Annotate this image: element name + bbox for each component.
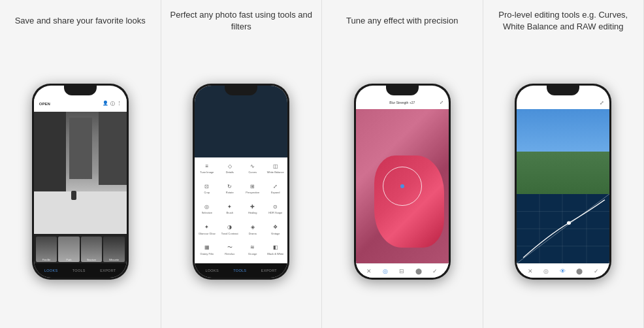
- panel-2-caption: Perfect any photo fast using tools and f…: [167, 8, 317, 34]
- tool-grainy-film-label: Grainy Film: [201, 253, 214, 256]
- crop-icon: ⊡: [202, 182, 212, 191]
- thumb-0-label: Fine Art: [36, 259, 57, 261]
- adjust-icon[interactable]: ⊟: [399, 268, 404, 274]
- check-icon-4[interactable]: ✓: [594, 268, 599, 274]
- tool-hdr-scape-label: HDR Scape: [268, 212, 282, 215]
- tool-drama[interactable]: ◈ Drama: [242, 221, 263, 240]
- tool-perspective[interactable]: ⊞ Perspective: [242, 180, 263, 199]
- thumb-0[interactable]: Fine Art: [36, 237, 57, 262]
- tool-selective[interactable]: ◎ Selective: [196, 201, 217, 220]
- tool-expand-label: Expand: [271, 191, 280, 195]
- phone-3-topbar: Blur Strength +27 ⤢: [356, 96, 449, 109]
- tool-white-balance-label: White Balance: [267, 171, 284, 174]
- panel-1-caption: Save and share your favorite looks: [15, 8, 146, 34]
- tool-grunge[interactable]: ≋ Grunge: [242, 242, 263, 261]
- tab-tools-2[interactable]: TOOLS: [233, 269, 246, 272]
- tool-curves-label: Curves: [248, 171, 257, 174]
- tool-tune-image-label: Tune Image: [200, 171, 214, 174]
- tool-hdr-scape[interactable]: ⊙ HDR Scape: [265, 201, 286, 220]
- vintage-icon: ❖: [271, 223, 280, 232]
- info-icon: ⓘ: [110, 101, 115, 107]
- tab-export[interactable]: EXPORT: [100, 269, 116, 272]
- camera-icon[interactable]: ◎: [543, 268, 549, 274]
- mask-icon-4[interactable]: ⬤: [576, 268, 583, 274]
- eye-icon[interactable]: 👁: [560, 268, 566, 274]
- curves-dark-bg: [517, 194, 609, 263]
- curves-icon: ∿: [248, 161, 257, 171]
- thumb-3[interactable]: Silhouette: [103, 237, 125, 262]
- check-icon-3[interactable]: ✓: [432, 268, 438, 274]
- close-icon-3[interactable]: ✕: [366, 268, 372, 274]
- mask-icon[interactable]: ⬤: [415, 268, 422, 274]
- blur-dot-control[interactable]: [400, 184, 404, 188]
- svg-point-7: [567, 221, 571, 224]
- close-icon-4[interactable]: ✕: [528, 268, 533, 274]
- thumb-2[interactable]: Structure: [81, 237, 103, 262]
- perspective-icon: ⊞: [248, 182, 257, 191]
- tools-grid: ≡ Tune Image ◇ Details ∿ Curves ◫ White …: [195, 157, 287, 263]
- tool-tonal-contrast-label: Tonal Contrast: [221, 233, 238, 236]
- tab-looks[interactable]: LOOKS: [44, 269, 57, 272]
- tool-brush[interactable]: ✦ Brush: [219, 201, 240, 220]
- phone-3-notch: [386, 84, 419, 95]
- tool-rotate[interactable]: ↻ Rotate: [219, 180, 240, 199]
- tool-glamour-glow-label: Glamour Glow: [199, 233, 216, 236]
- tab-export-2[interactable]: EXPORT: [261, 269, 277, 272]
- grainy-film-icon: ▦: [202, 243, 212, 252]
- phone-4: ⤢: [515, 84, 611, 280]
- tool-white-balance[interactable]: ◫ White Balance: [265, 160, 286, 179]
- tab-looks-2[interactable]: LOOKS: [205, 269, 218, 272]
- thumb-1[interactable]: Push: [58, 237, 80, 262]
- tool-tonal-contrast[interactable]: ◑ Tonal Contrast: [219, 221, 240, 240]
- tool-retrolux[interactable]: 〜 Retrolux: [219, 242, 240, 261]
- drama-icon: ◈: [248, 223, 257, 232]
- tool-details[interactable]: ◇ Details: [219, 160, 240, 179]
- brush-icon: ✦: [225, 202, 234, 211]
- tool-details-label: Details: [226, 171, 234, 174]
- tool-rotate-label: Rotate: [226, 191, 234, 195]
- blur-tool-icon[interactable]: ◎: [383, 268, 388, 274]
- tool-tune-image[interactable]: ≡ Tune Image: [196, 160, 217, 179]
- phone-2-notch: [225, 84, 257, 95]
- expand-icon-4: ⤢: [600, 100, 604, 106]
- tool-glamour-glow[interactable]: ✦ Glamour Glow: [196, 221, 217, 240]
- tool-grainy-film[interactable]: ▦ Grainy Film: [196, 242, 217, 261]
- person-icon: 👤: [103, 101, 108, 107]
- phone-2-screen: ≡ Tune Image ◇ Details ∿ Curves ◫ White …: [195, 86, 287, 278]
- tab-tools[interactable]: TOOLS: [72, 269, 86, 272]
- tool-vintage[interactable]: ❖ Vintage: [265, 221, 286, 240]
- snow-scene: [34, 112, 127, 234]
- tool-crop[interactable]: ⊡ Crop: [196, 180, 217, 199]
- tool-black-white[interactable]: ◧ Black & White: [265, 242, 286, 261]
- blur-strength-label: Blur Strength +27: [389, 101, 415, 105]
- main-photo: [34, 112, 127, 234]
- retrolux-icon: 〜: [225, 243, 234, 252]
- landscape-photo: [517, 109, 609, 194]
- tune-image-icon: ≡: [202, 161, 212, 171]
- tool-selective-label: Selective: [202, 212, 212, 215]
- white-balance-icon: ◫: [271, 161, 280, 171]
- phone-4-notch: [547, 84, 579, 95]
- phone-3-bottom-bar: ✕ ◎ ⊟ ⬤ ✓: [356, 263, 449, 278]
- tool-healing[interactable]: ✚ Healing: [242, 201, 263, 220]
- panel-tools: Perfect any photo fast using tools and f…: [161, 0, 323, 328]
- phone-3-wrapper: Blur Strength +27 ⤢ ✕ ◎ ⊟ ⬤ ✓: [354, 41, 451, 323]
- tonal-contrast-icon: ◑: [225, 223, 234, 232]
- expand-icon: ⤢: [271, 182, 280, 191]
- panel-4-caption: Pro-level editing tools e.g. Curves, Whi…: [489, 8, 639, 34]
- tool-retrolux-label: Retrolux: [225, 253, 234, 256]
- phone-1-screen: OPEN 👤 ⓘ ⋮: [34, 86, 127, 278]
- tool-expand[interactable]: ⤢ Expand: [265, 180, 286, 199]
- selective-icon: ◎: [202, 202, 212, 211]
- phone-4-wrapper: ⤢: [515, 41, 611, 323]
- phone-3: Blur Strength +27 ⤢ ✕ ◎ ⊟ ⬤ ✓: [354, 84, 451, 280]
- phone-1-notch: [64, 84, 97, 95]
- menu-icon: ⋮: [117, 101, 121, 107]
- building-left: [34, 112, 67, 197]
- panel-tune: Tune any effect with precision Blur Stre…: [322, 0, 483, 328]
- phone-1-topbar: OPEN 👤 ⓘ ⋮: [34, 96, 127, 112]
- phone-2: ≡ Tune Image ◇ Details ∿ Curves ◫ White …: [193, 84, 289, 280]
- tool-grunge-label: Grunge: [248, 253, 257, 256]
- tool-curves[interactable]: ∿ Curves: [242, 160, 263, 179]
- grunge-icon: ≋: [248, 243, 257, 252]
